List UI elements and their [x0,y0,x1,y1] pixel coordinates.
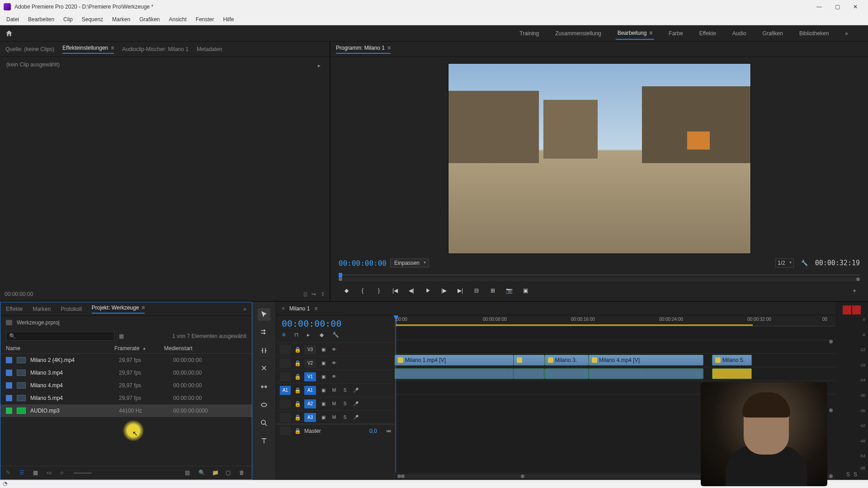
track-v3[interactable]: 🔒V3▣👁 [276,343,394,356]
timeline-ruler[interactable]: :00:00 00:00:08:00 00:00:16:00 00:00:24:… [395,315,835,326]
selection-tool[interactable] [258,308,270,321]
tab-effekteinstellungen[interactable]: Effekteinstellungen≡ [62,45,114,54]
tab-metadaten[interactable]: Metadaten [197,46,222,52]
workspace-bibliotheken[interactable]: Bibliotheken [797,28,830,39]
search-input[interactable]: 🔍 [6,332,114,341]
find-icon[interactable]: 🔍 [198,469,206,477]
share-icon[interactable]: ⇪ [321,291,325,297]
workspace-overflow[interactable]: » [843,28,850,39]
clip-video[interactable]: Milano 1.mp4 [V] [395,355,514,366]
mark-out-button[interactable]: } [374,286,384,296]
track-select-tool[interactable] [258,326,270,339]
close-sequence[interactable]: × [282,305,285,312]
mark-in-button[interactable]: { [358,286,368,296]
col-name[interactable]: Name [6,345,114,352]
pen-icon[interactable]: ✎ [6,469,13,477]
linked-selection-icon[interactable]: ⊓ [294,332,302,339]
menu-grafiken[interactable]: Grafiken [135,14,164,24]
minimize-button[interactable]: — [810,0,828,14]
razor-tool[interactable] [258,362,270,375]
zoom-dropdown[interactable]: 1/2 [775,258,794,267]
menu-ansicht[interactable]: Ansicht [164,14,191,24]
tab-programm[interactable]: Programm: Milano 1≡ [336,45,391,54]
clip-audio[interactable] [395,368,514,379]
clip-video[interactable] [514,355,544,366]
tab-protokoll[interactable]: Protokoll [61,306,82,312]
ripple-edit-tool[interactable] [258,344,270,357]
workspace-training[interactable]: Training [518,28,541,39]
menu-clip[interactable]: Clip [59,14,77,24]
clip-audio[interactable] [514,368,544,379]
tab-marken[interactable]: Marken [33,306,51,312]
timeline-timecode[interactable]: 00:00:00:00 [276,315,394,330]
fit-dropdown[interactable]: Einpassen [390,258,429,267]
program-monitor[interactable] [448,63,751,254]
zoom-slider[interactable]: ○ [60,469,67,477]
trash-icon[interactable]: 🗑 [239,469,246,477]
zoom-tool[interactable] [258,417,270,429]
program-scrubber[interactable] [339,271,860,280]
snap-icon[interactable]: ❄ [282,332,289,339]
button-editor[interactable]: ＋ [852,287,857,295]
col-medienstart[interactable]: Medienstart [164,345,246,352]
workspace-grafiken[interactable]: Grafiken [761,28,785,39]
settings-icon[interactable]: 🔧 [801,260,808,266]
workspace-audio[interactable]: Audio [731,28,748,39]
track-a1[interactable]: A1🔒A1▣MS🎤 [276,383,394,397]
marker2-icon[interactable]: ◆ [320,332,327,339]
type-tool[interactable] [258,435,270,447]
solo-left[interactable]: S [846,471,850,478]
clip-video[interactable]: Milano 5. [712,355,752,366]
clip-audio[interactable] [712,368,752,379]
sequence-name[interactable]: Milano 1 [289,305,310,312]
tab-projekt[interactable]: Projekt: Werkzeuge≡ [92,305,145,314]
marker-icon[interactable]: ▸ [307,332,314,339]
menu-hilfe[interactable]: Hilfe [219,14,239,24]
lift-button[interactable]: ⊟ [472,286,481,296]
maximize-button[interactable]: ▢ [828,0,846,14]
clip-video[interactable]: Milano 3. [545,355,589,366]
icon-view-icon[interactable]: ▦ [33,469,40,477]
home-button[interactable] [0,29,18,38]
col-framerate[interactable]: Framerate▲ [114,345,164,352]
tabs-overflow[interactable]: » [243,306,246,312]
workspace-effekte[interactable]: Effekte [698,28,718,39]
go-to-out-button[interactable]: ▶| [455,286,465,296]
clip-audio[interactable] [545,368,589,379]
list-view-icon[interactable]: ☰ [19,469,27,477]
wrench-icon[interactable]: 🔧 [332,332,340,339]
workspace-farbe[interactable]: Farbe [667,28,684,39]
go-to-in-button[interactable]: |◀ [390,286,400,296]
new-bin-icon[interactable]: 📁 [212,469,219,477]
list-item[interactable]: AUDIO.mp344100 Hz00:00:00:0000 [0,404,252,417]
menu-datei[interactable]: Datei [2,14,24,24]
clip-video[interactable]: Milano 4.mp4 [V] [589,355,703,366]
freeform-view-icon[interactable]: ▭ [47,469,54,477]
step-fwd-button[interactable]: |▶ [439,286,449,296]
menu-bearbeiten[interactable]: Bearbeiten [24,14,59,24]
pen-tool[interactable] [258,399,270,411]
new-item-icon[interactable]: ▢ [226,469,233,477]
menu-marken[interactable]: Marken [108,14,135,24]
program-tc-in[interactable]: 00:00:00:00 [339,259,387,267]
tab-audioclip-mischer[interactable]: Audioclip-Mischer: Milano 1 [122,46,189,52]
workspace-zusammenstellung[interactable]: Zusammenstellung [553,28,603,39]
menu-fenster[interactable]: Fenster [191,14,219,24]
tab-quelle[interactable]: Quelle: (keine Clips) [5,46,54,52]
zoom-handle[interactable] [829,340,833,343]
slip-tool[interactable] [258,380,270,393]
menu-sequenz[interactable]: Sequenz [77,14,108,24]
zoom-handle[interactable] [829,408,833,412]
filter-icon[interactable]: ▦ [119,333,124,339]
automate-icon[interactable]: ▥ [185,469,192,477]
list-item[interactable]: Milano 4.mp429,97 fps00:00:00:00 [0,379,252,392]
track-v2[interactable]: 🔒V2▣👁 [276,356,394,370]
play-button[interactable] [423,286,433,296]
extract-button[interactable]: ⊞ [488,286,498,296]
disclosure-icon[interactable]: ▸ [318,62,321,69]
list-item[interactable]: Milano 2 (4K).mp429,97 fps00:00:00:00 [0,354,252,366]
track-a3[interactable]: 🔒A3▣MS🎤 [276,410,394,424]
list-item[interactable]: Milano 5.mp429,97 fps00:00:00:00 [0,392,252,404]
solo-right[interactable]: S [854,471,857,478]
workspace-bearbeitung[interactable]: Bearbeitung≡ [616,27,655,40]
